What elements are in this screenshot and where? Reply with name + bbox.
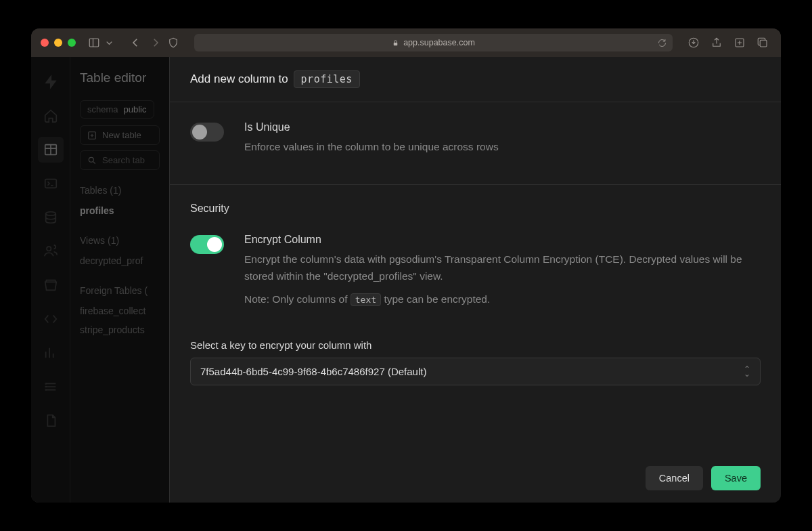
svg-point-17 <box>45 389 46 390</box>
encrypt-column-option: Encrypt Column Encrypt the column's data… <box>190 224 761 326</box>
encryption-key-label: Select a key to encrypt your column with <box>190 339 761 351</box>
url-text: app.supabase.com <box>403 38 475 47</box>
is-unique-toggle[interactable] <box>190 123 224 142</box>
panel-header: Add new column to profiles <box>170 57 781 102</box>
forward-button[interactable] <box>150 37 162 49</box>
reports-icon[interactable] <box>38 340 64 366</box>
shield-icon[interactable] <box>167 37 179 49</box>
supabase-logo-icon[interactable] <box>38 69 64 95</box>
app-content: Table editor schema public New table Sea… <box>31 57 781 503</box>
svg-point-16 <box>45 387 46 387</box>
storage-icon[interactable] <box>38 272 64 298</box>
select-chevron-icon: ⌃⌄ <box>744 367 750 377</box>
search-tables-input[interactable]: Search tab <box>80 150 160 170</box>
encrypt-column-desc-2: Note: Only columns of text type can be e… <box>244 291 761 308</box>
logs-icon[interactable] <box>38 374 64 400</box>
close-window-button[interactable] <box>41 39 49 47</box>
database-icon[interactable] <box>38 205 64 230</box>
svg-rect-0 <box>89 39 99 47</box>
add-column-panel: Add new column to profiles Is Unique Enf… <box>169 57 781 503</box>
address-bar[interactable]: app.supabase.com <box>194 34 673 51</box>
divider <box>170 184 781 185</box>
new-tab-icon[interactable] <box>734 37 746 49</box>
svg-line-20 <box>93 161 95 163</box>
edge-functions-icon[interactable] <box>38 306 64 332</box>
is-unique-option: Is Unique Enforce values in the column t… <box>190 112 761 173</box>
svg-point-10 <box>45 212 55 216</box>
svg-point-15 <box>45 383 46 384</box>
sql-editor-icon[interactable] <box>38 171 64 196</box>
table-name-code: profiles <box>294 70 360 88</box>
browser-titlebar: app.supabase.com <box>31 28 781 57</box>
docs-icon[interactable] <box>38 408 64 433</box>
panel-body: Is Unique Enforce values in the column t… <box>170 102 781 454</box>
nav-rail <box>31 57 70 503</box>
search-icon <box>87 156 97 165</box>
auth-icon[interactable] <box>38 238 64 264</box>
is-unique-label: Is Unique <box>244 121 499 133</box>
sidebar-toggle[interactable] <box>88 37 114 49</box>
share-icon[interactable] <box>710 37 723 49</box>
svg-rect-9 <box>45 179 56 188</box>
svg-point-19 <box>89 157 93 162</box>
encryption-key-value: 7f5ad44b-6bd5-4c99-9f68-4b6c7486f927 (De… <box>200 366 426 377</box>
tabs-icon[interactable] <box>757 37 769 49</box>
encryption-key-select[interactable]: 7f5ad44b-6bd5-4c99-9f68-4b6c7486f927 (De… <box>190 358 761 385</box>
encrypt-column-toggle[interactable] <box>190 235 224 254</box>
reload-icon[interactable] <box>657 38 667 48</box>
new-table-button[interactable]: New table <box>80 125 160 145</box>
schema-selector[interactable]: schema public <box>80 100 154 119</box>
home-icon[interactable] <box>38 103 64 129</box>
lock-icon <box>392 39 399 47</box>
save-button[interactable]: Save <box>711 466 761 490</box>
maximize-window-button[interactable] <box>68 39 76 47</box>
svg-rect-2 <box>394 43 398 45</box>
is-unique-desc: Enforce values in the column to be uniqu… <box>244 139 499 156</box>
encrypt-column-desc-1: Encrypt the column's data with pgsodium'… <box>244 251 761 285</box>
encrypt-column-label: Encrypt Column <box>244 234 761 246</box>
svg-point-11 <box>47 247 51 251</box>
table-editor-icon[interactable] <box>38 137 64 163</box>
text-type-code: text <box>351 293 381 306</box>
svg-rect-5 <box>760 40 767 47</box>
back-button[interactable] <box>129 37 141 49</box>
panel-footer: Cancel Save <box>170 454 781 503</box>
minimize-window-button[interactable] <box>54 39 62 47</box>
cancel-button[interactable]: Cancel <box>646 466 703 490</box>
download-icon[interactable] <box>687 37 700 49</box>
browser-window: app.supabase.com <box>31 28 781 503</box>
window-controls <box>41 39 76 47</box>
plus-square-icon <box>87 131 97 140</box>
security-heading: Security <box>190 203 761 215</box>
